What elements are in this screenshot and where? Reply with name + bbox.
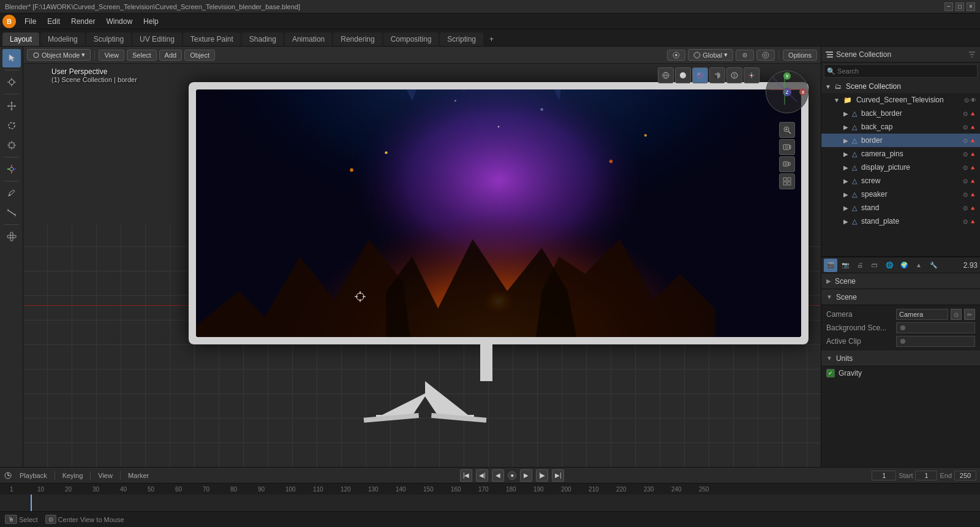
restrict-render-icon[interactable]: ⊙	[964, 97, 969, 104]
camera-restrict-icon[interactable]: ⊙	[963, 110, 968, 117]
render-restrict-icon-3[interactable]: 🔺	[969, 137, 976, 144]
zoom-in-button[interactable]	[779, 122, 795, 138]
scene-subsection-header[interactable]: ▼ Scene	[821, 289, 980, 305]
playback-menu[interactable]: Playback	[16, 471, 51, 480]
menu-edit[interactable]: Edit	[42, 16, 65, 27]
render-restrict-icon-6[interactable]: 🔺	[969, 178, 976, 184]
tab-layout[interactable]: Layout	[2, 32, 39, 46]
camera-select-icon[interactable]: ⊙	[951, 309, 962, 320]
stop-button[interactable]: ●	[508, 471, 516, 480]
render-shading-button[interactable]	[709, 67, 725, 83]
marker-menu[interactable]: Marker	[124, 471, 153, 480]
menu-window[interactable]: Window	[101, 16, 137, 27]
world-settings-button[interactable]: 🌍	[897, 259, 911, 272]
snap-button[interactable]	[736, 50, 754, 61]
outliner-item-back-cap[interactable]: ▶ △ back_cap ⊙ 🔺	[821, 120, 980, 134]
render-restrict-icon-8[interactable]: 🔺	[969, 205, 976, 211]
scene-section-header[interactable]: ▶ Scene	[821, 273, 980, 289]
add-workspace-button[interactable]: +	[484, 32, 499, 46]
camera-view-button[interactable]	[779, 139, 795, 155]
gravity-checkbox[interactable]: ✓	[826, 369, 835, 377]
camera-restrict-icon-5[interactable]: ⊙	[963, 164, 968, 171]
camera-value[interactable]: Camera	[896, 309, 948, 320]
annotate-tool-button[interactable]	[2, 184, 21, 202]
keying-menu[interactable]: Keying	[59, 471, 87, 480]
start-frame-input[interactable]: 1	[915, 471, 937, 480]
units-section-header[interactable]: ▼ Units	[821, 351, 980, 366]
view-menu-tl[interactable]: View	[94, 471, 116, 480]
tab-scripting[interactable]: Scripting	[440, 32, 483, 46]
modifier-props-button[interactable]: 🔧	[927, 259, 940, 272]
outliner-item-screw[interactable]: ▶ △ screw ⊙ 🔺	[821, 174, 980, 188]
overlay-toggle-button[interactable]	[726, 67, 742, 83]
transform-space-button[interactable]: Global ▾	[688, 49, 733, 61]
transform-tool-button[interactable]	[2, 160, 21, 178]
current-frame-input[interactable]: 1	[872, 471, 896, 480]
object-menu-button[interactable]: Object	[184, 50, 215, 61]
camera-restrict-icon-2[interactable]: ⊙	[963, 124, 968, 131]
restrict-view-icon[interactable]: 👁	[970, 97, 976, 104]
jump-start-button[interactable]: |◀	[460, 469, 472, 482]
render-restrict-icon[interactable]: 🔺	[969, 110, 976, 117]
outliner-item-stand[interactable]: ▶ △ stand ⊙ 🔺	[821, 201, 980, 214]
outliner-item-speaker[interactable]: ▶ △ speaker ⊙ 🔺	[821, 188, 980, 201]
tab-texture-paint[interactable]: Texture Paint	[183, 32, 241, 46]
rotate-tool-button[interactable]	[2, 116, 21, 135]
material-shading-button[interactable]	[692, 67, 708, 83]
menu-file[interactable]: File	[20, 16, 41, 27]
tab-uv-editing[interactable]: UV Editing	[132, 32, 182, 46]
outliner-item-border[interactable]: ▶ △ border ⊙ 🔺	[821, 134, 980, 147]
render-restrict-icon-9[interactable]: 🔺	[969, 218, 976, 225]
render-restrict-icon-2[interactable]: 🔺	[969, 124, 976, 131]
proportional-edit-button[interactable]	[756, 50, 775, 61]
view-menu-button[interactable]: View	[99, 50, 124, 61]
camera-restrict-icon-6[interactable]: ⊙	[963, 178, 968, 184]
tab-modeling[interactable]: Modeling	[40, 32, 85, 46]
camera-restrict-icon-7[interactable]: ⊙	[963, 191, 968, 198]
camera-restrict-icon-4[interactable]: ⊙	[963, 151, 968, 157]
active-clip-value[interactable]	[896, 336, 975, 347]
output-props-button[interactable]: 🖨	[853, 259, 867, 272]
lock-camera-button[interactable]	[779, 156, 795, 172]
outliner-collection-curved[interactable]: ▼ 📁 Curved_Screen_Television ⊙ 👁	[821, 93, 980, 107]
timeline-keys-area[interactable]	[0, 495, 980, 511]
tab-compositing[interactable]: Compositing	[383, 32, 439, 46]
add-menu-button[interactable]: Add	[159, 50, 183, 61]
add-object-button[interactable]	[2, 227, 21, 246]
filter-icon[interactable]	[968, 50, 976, 59]
play-button[interactable]: ▶	[520, 469, 532, 482]
view-layer-button[interactable]: 🗃	[868, 259, 881, 272]
camera-edit-icon[interactable]: ✏	[964, 309, 975, 320]
bg-scene-value[interactable]	[896, 322, 975, 333]
jump-end-button[interactable]: ▶|	[552, 469, 564, 482]
object-mode-button[interactable]: Object Mode ▾	[27, 49, 91, 61]
step-forward-button[interactable]: |▶	[536, 469, 548, 482]
render-restrict-icon-7[interactable]: 🔺	[969, 191, 976, 198]
scene-settings-button[interactable]: 🌐	[883, 259, 896, 272]
camera-restrict-icon-3[interactable]: ⊙	[963, 137, 968, 144]
rotation-gizmo[interactable]: Y X Z	[763, 70, 812, 119]
menu-help[interactable]: Help	[138, 16, 164, 27]
minimize-button[interactable]: −	[944, 2, 953, 11]
select-menu-button[interactable]: Select	[127, 50, 157, 61]
cursor-tool-button[interactable]	[2, 73, 21, 91]
maximize-button[interactable]: □	[956, 2, 964, 11]
pivot-button[interactable]	[667, 50, 685, 61]
tab-shading[interactable]: Shading	[242, 32, 284, 46]
close-button[interactable]: ×	[967, 2, 975, 11]
play-back-button[interactable]: ◀	[492, 469, 504, 482]
scene-props-button[interactable]: 🎬	[824, 259, 837, 272]
viewport-3d[interactable]: Object Mode ▾ View Select Add Object	[23, 47, 821, 467]
tab-animation[interactable]: Animation	[285, 32, 332, 46]
gizmo-toggle-button[interactable]	[744, 67, 760, 83]
render-props-button[interactable]: 📷	[839, 259, 852, 272]
tab-sculpting[interactable]: Sculpting	[86, 32, 131, 46]
scale-tool-button[interactable]	[2, 136, 21, 154]
render-restrict-icon-4[interactable]: 🔺	[969, 151, 976, 157]
outliner-item-stand-plate[interactable]: ▶ △ stand_plate ⊙ 🔺	[821, 214, 980, 228]
tab-rendering[interactable]: Rendering	[333, 32, 382, 46]
outliner-item-back-border[interactable]: ▶ △ back_border ⊙ 🔺	[821, 107, 980, 120]
camera-restrict-icon-8[interactable]: ⊙	[963, 205, 968, 211]
camera-restrict-icon-9[interactable]: ⊙	[963, 218, 968, 225]
step-back-button[interactable]: ◀|	[476, 469, 488, 482]
